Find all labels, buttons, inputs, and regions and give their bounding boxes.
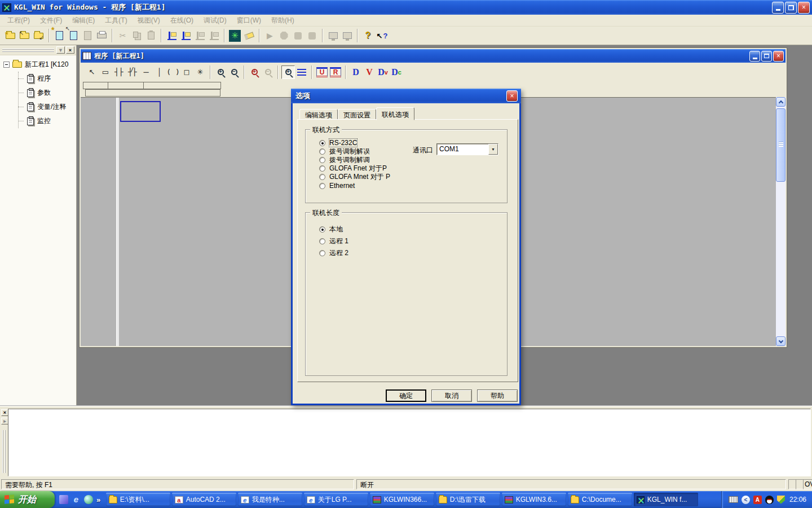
new-file-icon[interactable]: [52, 29, 67, 43]
new-project-icon[interactable]: [3, 29, 17, 43]
shield-icon[interactable]: [777, 496, 785, 504]
eraser-icon[interactable]: [242, 29, 256, 43]
data-dc-icon[interactable]: Dc: [390, 65, 403, 79]
selection-rectangle[interactable]: [120, 101, 161, 122]
radio-glofa-fnet[interactable]: GLOFA Fnet 对于P: [319, 164, 387, 172]
data-dv-icon[interactable]: Dv: [376, 65, 390, 79]
radio-remote-1[interactable]: 远程 1: [319, 237, 348, 245]
select-arrow-icon[interactable]: ↖: [85, 65, 99, 79]
applied-instruction-icon[interactable]: ✳: [193, 65, 207, 79]
data-d-icon[interactable]: D: [349, 65, 363, 79]
dialog-close-button[interactable]: ×: [506, 90, 518, 102]
menu-view[interactable]: 视图(V): [133, 15, 165, 27]
radio-glofa-mnet[interactable]: GLOFA Mnet 对于 P: [319, 173, 390, 181]
print-icon[interactable]: [95, 29, 109, 43]
tab-edit-options[interactable]: 编辑选项: [299, 109, 338, 120]
task-button-autocad[interactable]: a AutoCAD 2...: [172, 493, 236, 506]
tree-item-variables[interactable]: 变量/注释: [19, 100, 76, 114]
reader-icon[interactable]: A: [753, 496, 762, 504]
task-button-winrar-2[interactable]: KGLWIN3.6...: [502, 493, 566, 506]
coil-icon[interactable]: ( ): [166, 65, 180, 79]
contact-open-icon[interactable]: ┤├: [112, 65, 126, 79]
ok-button[interactable]: 确定: [386, 389, 426, 402]
monitor-start-icon[interactable]: [326, 29, 340, 43]
ladder-tool-3-icon[interactable]: [193, 29, 207, 43]
run-icon[interactable]: ▶: [263, 29, 277, 43]
tree-item-program[interactable]: 程序: [19, 72, 76, 86]
open-file-icon[interactable]: [67, 29, 81, 43]
task-button-downloads-folder[interactable]: D:\迅雷下载: [436, 493, 500, 506]
radio-remote-2[interactable]: 远程 2: [319, 249, 348, 257]
device-icon[interactable]: [59, 495, 68, 504]
close-icon[interactable]: ×: [66, 46, 74, 54]
set-coil-icon[interactable]: U: [316, 67, 328, 77]
tree-item-monitor[interactable]: 监控: [19, 114, 76, 128]
menu-project[interactable]: 工程(P): [2, 15, 35, 27]
tab-online-options[interactable]: 联机选项: [376, 107, 414, 120]
mdi-maximize-button[interactable]: [761, 51, 772, 62]
radio-rs232c[interactable]: RS-232C: [319, 139, 357, 147]
restore-button[interactable]: [785, 2, 797, 14]
mdi-minimize-button[interactable]: [749, 51, 760, 62]
monitor-stop-icon[interactable]: [340, 29, 354, 43]
task-button-explorer-e[interactable]: E:\资料\...: [106, 493, 170, 506]
pause-icon[interactable]: [291, 29, 305, 43]
keyboard-icon[interactable]: [729, 496, 738, 503]
open-project-icon[interactable]: [17, 29, 32, 43]
menu-debug[interactable]: 调试(D): [198, 15, 232, 27]
boxed-coil-icon[interactable]: ◻: [180, 65, 193, 79]
tree-item-parameters[interactable]: 参数: [19, 86, 76, 100]
radio-dialup-modem-2[interactable]: 拨号调制解调: [319, 156, 370, 164]
menu-help[interactable]: 帮助(H): [266, 15, 299, 27]
tab-page-setup[interactable]: 页面设置: [338, 109, 376, 120]
connect-icon[interactable]: ✳: [228, 29, 242, 43]
resume-icon[interactable]: [305, 29, 319, 43]
task-button-documents-folder[interactable]: C:\Docume...: [568, 493, 632, 506]
save-file-icon[interactable]: [81, 29, 95, 43]
radio-dialup-modem-1[interactable]: 拨号调制解误: [319, 147, 370, 155]
zoom-in-icon[interactable]: +: [214, 65, 227, 79]
vline-icon[interactable]: │: [153, 65, 166, 79]
contact-closed-icon[interactable]: ┤├: [126, 65, 139, 79]
cut-icon[interactable]: ✂: [116, 29, 130, 43]
chevron-down-icon[interactable]: ▼: [488, 144, 498, 155]
scroll-up-button[interactable]: [776, 97, 785, 107]
minimize-button[interactable]: [772, 2, 784, 14]
menu-online[interactable]: 在线(O): [165, 15, 198, 27]
ladder-tool-4-icon[interactable]: [207, 29, 221, 43]
save-project-icon[interactable]: [32, 29, 46, 43]
cancel-button[interactable]: 取消: [431, 389, 472, 402]
task-button-webpage-2[interactable]: e 关于LG P...: [304, 493, 368, 506]
radio-ethernet[interactable]: Ethernet: [319, 182, 355, 190]
data-v-icon[interactable]: V: [363, 65, 376, 79]
rect-select-icon[interactable]: ▭: [99, 65, 112, 79]
task-button-webpage-1[interactable]: e 我是特种...: [238, 493, 302, 506]
hline-icon[interactable]: ─: [139, 65, 153, 79]
browser-icon[interactable]: [84, 495, 93, 504]
copy-icon[interactable]: [130, 29, 144, 43]
task-button-winrar-1[interactable]: KGLWIN366...: [370, 493, 434, 506]
qq-icon[interactable]: [765, 496, 774, 504]
zoom-in-red-icon[interactable]: +: [248, 65, 261, 79]
stop-icon[interactable]: [277, 29, 291, 43]
paste-icon[interactable]: [144, 29, 158, 43]
ladder-tool-1-icon[interactable]: [165, 29, 179, 43]
tree-root-item[interactable]: 新工程1 [K120: [3, 60, 76, 69]
scrollbar-thumb[interactable]: [776, 108, 785, 182]
chevron-left-icon[interactable]: <: [742, 496, 750, 504]
menu-window[interactable]: 窗口(W): [232, 15, 266, 27]
drag-handle[interactable]: [2, 430, 6, 473]
context-help-icon[interactable]: ?: [375, 29, 389, 43]
vertical-scrollbar[interactable]: [776, 97, 785, 346]
zoom-region-icon[interactable]: +: [281, 65, 295, 79]
start-button[interactable]: 开始: [0, 491, 55, 508]
menu-tools[interactable]: 工具(T): [100, 15, 132, 27]
help-icon[interactable]: ?: [361, 29, 375, 43]
menu-edit[interactable]: 编辑(E): [67, 15, 100, 27]
zoom-out-icon[interactable]: −: [227, 65, 241, 79]
task-button-kglwin[interactable]: KGL_WIN f...: [634, 493, 698, 506]
menu-file[interactable]: 文件(F): [35, 15, 67, 27]
mdi-close-button[interactable]: ×: [773, 51, 784, 62]
zoom-out-disabled-icon[interactable]: −: [261, 65, 275, 79]
output-content[interactable]: [8, 409, 811, 476]
